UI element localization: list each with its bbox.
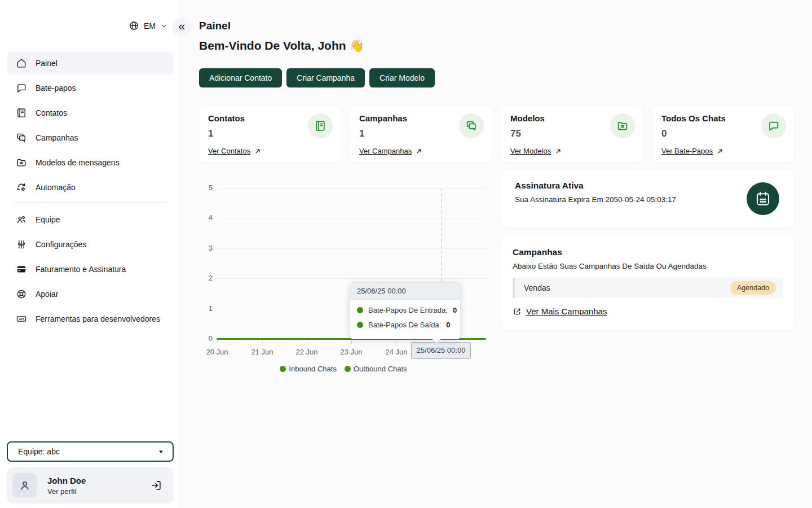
create-template-button[interactable]: Criar Modelo <box>369 68 435 87</box>
tooltip-title: 25/06/25 00:00 <box>350 283 460 300</box>
y-axis-tick: 1 <box>199 304 213 313</box>
sidebar-collapse-button[interactable] <box>172 17 191 37</box>
x-axis-tick-mark <box>217 340 218 344</box>
sidebar-divider <box>14 202 167 203</box>
sidebar-item-label: Equipe <box>36 215 60 224</box>
calendar-icon <box>747 182 779 215</box>
sidebar-item-label: Painel <box>36 59 58 68</box>
welcome-heading: Bem-Vindo De Volta, John 👋 <box>199 39 364 52</box>
subscription-card: Assinatura Ativa Sua Assinatura Expira E… <box>501 169 794 228</box>
sidebar-item-equipe[interactable]: Equipe <box>7 208 174 231</box>
legend-label: Outbound Chats <box>354 365 407 373</box>
gridline <box>217 218 486 218</box>
sidebar: EM Painel Bate-papos Contatos Campanhas … <box>0 0 179 508</box>
sidebar-item-configuracoes[interactable]: Configurações <box>7 233 174 256</box>
tooltip-label: Bate-Papos De Entrada: <box>368 306 448 314</box>
arrow-up-right-icon <box>416 148 422 155</box>
sidebar-item-campanhas[interactable]: Campanhas <box>7 126 174 149</box>
series-dot-icon <box>357 322 363 328</box>
team-select-value: Equipe: abc <box>18 447 60 456</box>
logout-icon[interactable] <box>150 479 162 492</box>
sidebar-item-label: Faturamento e Assinatura <box>36 265 126 274</box>
arrow-up-right-icon <box>254 148 261 155</box>
campaigns-title: Campanhas <box>513 247 783 257</box>
sidebar-item-label: Modelos de mensagens <box>36 158 120 167</box>
campaigns-subtitle: Abaixo Estão Suas Campanhas De Saída Ou … <box>513 262 783 270</box>
sidebar-item-contatos[interactable]: Contatos <box>7 102 174 124</box>
legend-item-outbound[interactable]: Outbound Chats <box>345 365 407 373</box>
tooltip-value: 0 <box>446 321 450 329</box>
chart-legend: Inbound Chats Outbound Chats <box>199 365 488 373</box>
arrow-up-right-icon <box>717 148 723 155</box>
view-chats-link[interactable]: Ver Bate-Papos <box>661 147 723 155</box>
team-select[interactable]: Equipe: abc <box>7 441 174 462</box>
campaigns-icon <box>16 132 27 143</box>
chat-bubble-icon <box>761 113 786 138</box>
x-axis-label: 21 Jun <box>242 348 282 356</box>
create-campaign-button[interactable]: Criar Campanha <box>286 68 365 87</box>
stat-card-templates: Modelos 75 Ver Modelos <box>501 106 643 163</box>
tooltip-label: Bate-Papos De Saída: <box>368 321 441 329</box>
legend-item-inbound[interactable]: Inbound Chats <box>280 365 337 373</box>
view-profile-link[interactable]: Ver perfil <box>47 487 86 496</box>
caret-down-icon <box>157 448 165 456</box>
templates-icon <box>16 157 27 168</box>
chevron-down-icon <box>160 22 168 30</box>
templates-folder-icon <box>610 113 635 138</box>
user-text: John Doe Ver perfil <box>47 476 86 496</box>
x-axis-label: 24 Jun <box>377 348 416 356</box>
api-icon: API <box>16 313 27 325</box>
sidebar-item-label: Campanhas <box>36 133 78 142</box>
view-templates-link[interactable]: Ver Modelos <box>510 147 562 155</box>
chats-line-chart: 5 4 3 2 1 0 20 Jun 21 Jun 22 Jun 23 Jun … <box>199 175 488 374</box>
arrow-up-right-icon <box>555 148 562 155</box>
language-selector[interactable]: EM <box>129 20 168 31</box>
sidebar-item-bate-papos[interactable]: Bate-papos <box>7 77 174 99</box>
subscription-expiry-text: Sua Assinatura Expira Em 2050-05-24 05:0… <box>515 195 780 204</box>
campaign-chats-icon <box>459 113 484 138</box>
y-axis-tick: 5 <box>199 183 213 192</box>
home-icon <box>16 58 27 69</box>
sidebar-nav: Painel Bate-papos Contatos Campanhas Mod… <box>7 52 174 332</box>
stat-card-campaigns: Campanhas 1 Ver Campanhas <box>350 106 492 163</box>
gridline <box>217 278 486 279</box>
x-axis-tick-mark <box>351 340 352 344</box>
add-contact-button[interactable]: Adicionar Contato <box>199 68 282 87</box>
user-card[interactable]: John Doe Ver perfil <box>7 467 174 503</box>
view-contacts-link[interactable]: Ver Contatos <box>208 147 261 155</box>
view-more-campaigns-link[interactable]: Ver Mais Campanhas <box>513 306 607 316</box>
y-axis-tick: 4 <box>199 213 213 222</box>
campaign-list-item[interactable]: Vendas Agendado <box>513 278 783 298</box>
support-icon <box>16 288 27 300</box>
automation-icon <box>16 182 27 193</box>
legend-label: Inbound Chats <box>289 365 337 373</box>
sidebar-item-painel[interactable]: Painel <box>7 52 174 75</box>
sidebar-item-label: Ferramentas para desenvolvedores <box>36 314 160 323</box>
view-campaigns-link[interactable]: Ver Campanhas <box>359 147 422 155</box>
series-dot-icon <box>357 307 363 313</box>
x-axis-label: 23 Jun <box>332 348 371 356</box>
language-code: EM <box>144 21 156 30</box>
y-axis-tick: 0 <box>199 334 213 343</box>
x-axis-tick-mark <box>307 340 307 344</box>
sidebar-item-label: Contatos <box>36 108 67 117</box>
settings-sliders-icon <box>16 239 27 250</box>
sidebar-item-label: Configurações <box>36 240 86 249</box>
sidebar-item-automacao[interactable]: Automação <box>7 176 174 199</box>
tooltip-row-outbound: Bate-Papos De Saída: 0 <box>357 321 460 329</box>
sidebar-item-ferramentas[interactable]: API Ferramentas para desenvolvedores <box>7 308 174 330</box>
gridline <box>217 188 486 189</box>
chat-icon <box>16 82 27 94</box>
sidebar-item-label: Bate-papos <box>36 84 76 93</box>
x-axis-tick-mark <box>262 340 263 344</box>
subscription-title: Assinatura Ativa <box>515 181 780 191</box>
sidebar-item-faturamento[interactable]: Faturamento e Assinatura <box>7 258 174 281</box>
billing-card-icon <box>16 264 27 275</box>
tooltip-row-inbound: Bate-Papos De Entrada: 0 <box>357 306 460 314</box>
sidebar-item-modelos[interactable]: Modelos de mensagens <box>7 151 174 174</box>
sidebar-item-apoiar[interactable]: Apoiar <box>7 283 174 305</box>
sidebar-item-label: Apoiar <box>36 290 58 299</box>
y-axis-tick: 3 <box>199 244 213 253</box>
header-actions: Adicionar Contato Criar Campanha Criar M… <box>199 68 435 87</box>
contacts-book-icon <box>308 113 333 138</box>
